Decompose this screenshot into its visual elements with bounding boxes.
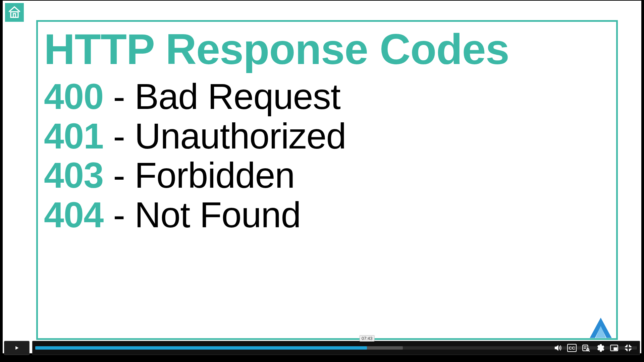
http-code-list: 400 - Bad Request 401 - Unauthorized 403… (44, 77, 610, 235)
http-code-desc: Bad Request (135, 76, 340, 117)
search-transcript-button[interactable] (581, 343, 591, 353)
http-code-value: 403 (44, 155, 103, 195)
home-button[interactable] (5, 3, 24, 22)
slide-content-box: HTTP Response Codes 400 - Bad Request 40… (36, 20, 618, 340)
http-code-value: 400 (44, 76, 103, 117)
picture-in-picture-button[interactable] (609, 343, 619, 353)
gear-icon (596, 344, 604, 352)
video-controls: 07:43 CC (4, 341, 640, 355)
exit-fullscreen-icon (624, 344, 633, 352)
svg-rect-8 (614, 348, 617, 350)
http-code-value: 404 (44, 194, 103, 235)
home-icon (7, 5, 22, 20)
captions-button[interactable]: CC (567, 343, 577, 353)
http-code-desc: Forbidden (135, 155, 294, 195)
progress-bar[interactable]: 07:43 CC (32, 341, 640, 355)
volume-button[interactable] (553, 343, 562, 353)
exit-fullscreen-button[interactable] (624, 343, 633, 353)
brand-logo-icon (587, 316, 614, 340)
settings-button[interactable] (595, 343, 605, 353)
http-code-value: 401 (44, 116, 103, 156)
separator: - (113, 194, 135, 235)
svg-line-6 (589, 351, 590, 352)
http-code-line: 400 - Bad Request (44, 77, 610, 116)
slide-area: HTTP Response Codes 400 - Bad Request 40… (3, 1, 641, 353)
control-icon-group: CC (548, 341, 635, 355)
svg-rect-0 (11, 12, 18, 17)
play-icon (14, 345, 20, 351)
volume-icon (553, 344, 562, 352)
separator: - (113, 155, 135, 195)
http-code-desc: Not Found (135, 194, 301, 235)
transcript-search-icon (582, 344, 590, 352)
http-code-line: 403 - Forbidden (44, 156, 610, 195)
http-code-line: 401 - Unauthorized (44, 116, 610, 156)
separator: - (113, 76, 135, 117)
video-frame: HTTP Response Codes 400 - Bad Request 40… (0, 0, 644, 362)
http-code-line: 404 - Not Found (44, 195, 610, 235)
http-code-desc: Unauthorized (135, 116, 346, 156)
cc-icon: CC (567, 344, 577, 352)
play-button[interactable] (4, 341, 30, 355)
pip-icon (610, 344, 619, 352)
slide-title: HTTP Response Codes (44, 28, 610, 71)
separator: - (113, 116, 135, 156)
time-tooltip: 07:43 (360, 335, 375, 342)
progress-fill (35, 346, 367, 350)
